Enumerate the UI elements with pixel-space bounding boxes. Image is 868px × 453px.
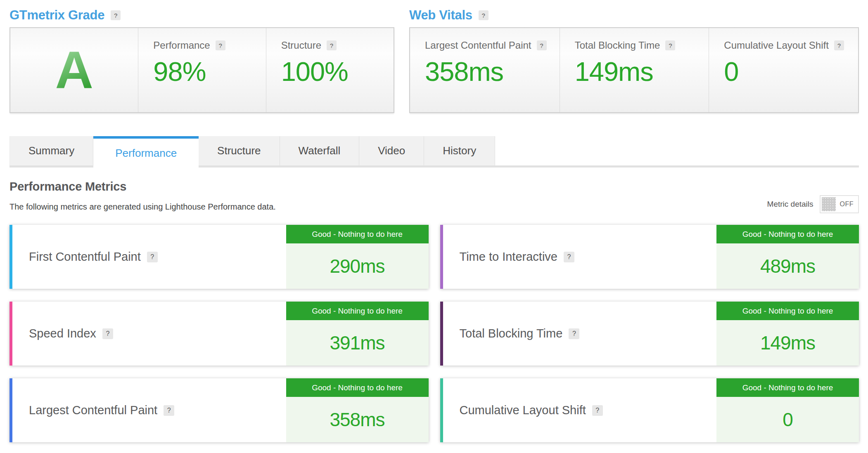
report-tabs: Summary Performance Structure Waterfall …: [9, 136, 859, 168]
metric-card-label-area: Time to Interactive ?: [443, 225, 717, 289]
tab-history[interactable]: History: [424, 136, 495, 165]
tab-label: Video: [378, 144, 405, 157]
toggle-handle-icon: [822, 197, 836, 211]
performance-metrics-heading: Performance Metrics: [9, 180, 276, 193]
metric-status-badge: Good - Nothing to do here: [716, 378, 859, 397]
stat-label: Performance: [153, 40, 210, 51]
tab-label: Structure: [217, 144, 261, 157]
stat-label-row: Cumulative Layout Shift ?: [724, 40, 858, 51]
metrics-description: The following metrics are generated usin…: [9, 202, 276, 212]
metric-card-label-area: First Contentful Paint ?: [12, 225, 286, 289]
metric-status-badge: Good - Nothing to do here: [286, 225, 429, 243]
help-icon[interactable]: ?: [327, 40, 337, 50]
help-icon[interactable]: ?: [569, 328, 579, 339]
stat-value: 0: [724, 56, 858, 87]
tab-label: Waterfall: [299, 144, 341, 157]
top-summary-row: GTmetrix Grade ? A Performance ? 98% Str…: [9, 7, 859, 113]
stat-cell: Cumulative Layout Shift ? 0: [709, 28, 858, 112]
metric-card-label: Speed Index: [29, 327, 96, 340]
metric-value: 0: [716, 397, 859, 442]
web-vitals-panel: Largest Contentful Paint ? 358ms Total B…: [409, 27, 859, 113]
help-icon[interactable]: ?: [592, 405, 603, 416]
web-vitals-title-row: Web Vitals ?: [409, 7, 859, 24]
stat-label-row: Largest Contentful Paint ?: [425, 40, 560, 51]
grade-letter: A: [55, 44, 93, 97]
help-icon[interactable]: ?: [834, 40, 844, 50]
metric-details-control: Metric details OFF: [767, 195, 859, 213]
help-icon[interactable]: ?: [537, 40, 547, 50]
metric-card-result-area: Good - Nothing to do here 489ms: [716, 225, 859, 289]
metric-card-label: Largest Contentful Paint: [29, 403, 157, 417]
gtmetrix-grade-section: GTmetrix Grade ? A Performance ? 98% Str…: [9, 7, 394, 113]
tab-video[interactable]: Video: [359, 136, 424, 165]
help-icon[interactable]: ?: [147, 252, 158, 262]
web-vitals-section: Web Vitals ? Largest Contentful Paint ? …: [409, 7, 859, 113]
grade-letter-cell: A: [10, 28, 138, 112]
metrics-cards-grid: First Contentful Paint ? Good - Nothing …: [9, 225, 859, 442]
metrics-header-row: Performance Metrics The following metric…: [9, 180, 859, 212]
web-vitals-title: Web Vitals: [409, 8, 472, 23]
tab-waterfall[interactable]: Waterfall: [280, 136, 360, 165]
stat-cell: Total Blocking Time ? 149ms: [560, 28, 709, 112]
tab-summary[interactable]: Summary: [9, 136, 93, 165]
metric-card: First Contentful Paint ? Good - Nothing …: [9, 225, 429, 289]
tab-label: History: [443, 144, 476, 157]
metric-status-badge: Good - Nothing to do here: [286, 378, 429, 397]
metric-card: Speed Index ? Good - Nothing to do here …: [9, 302, 429, 366]
stat-label: Total Blocking Time: [575, 40, 660, 51]
metric-card: Largest Contentful Paint ? Good - Nothin…: [9, 378, 429, 442]
metric-status-badge: Good - Nothing to do here: [286, 302, 429, 320]
metric-card-label-area: Largest Contentful Paint ?: [12, 378, 286, 442]
metric-value: 149ms: [716, 320, 859, 366]
metric-card-result-area: Good - Nothing to do here 0: [716, 378, 859, 442]
metric-card: Cumulative Layout Shift ? Good - Nothing…: [440, 378, 859, 442]
metric-status-badge: Good - Nothing to do here: [716, 225, 859, 243]
stat-label-row: Performance ?: [153, 40, 266, 51]
gtmetrix-grade-title-row: GTmetrix Grade ?: [9, 7, 394, 24]
stat-label: Structure: [281, 40, 321, 51]
gtmetrix-report-page: GTmetrix Grade ? A Performance ? 98% Str…: [0, 0, 868, 442]
help-icon[interactable]: ?: [111, 10, 121, 20]
tab-label: Summary: [28, 144, 74, 157]
stat-value: 100%: [281, 56, 394, 87]
gtmetrix-grade-panel: A Performance ? 98% Structure ? 100%: [9, 27, 394, 113]
stat-label-row: Total Blocking Time ?: [575, 40, 709, 51]
help-icon[interactable]: ?: [479, 10, 489, 20]
help-icon[interactable]: ?: [665, 40, 675, 50]
metric-card-label-area: Total Blocking Time ?: [443, 302, 717, 366]
help-icon[interactable]: ?: [164, 405, 174, 416]
stat-value: 358ms: [425, 56, 560, 87]
stat-cell: Performance ? 98%: [138, 28, 266, 112]
stat-cell: Largest Contentful Paint ? 358ms: [410, 28, 560, 112]
metric-card-label: First Contentful Paint: [29, 250, 141, 264]
metric-value: 391ms: [286, 320, 429, 366]
gtmetrix-grade-title: GTmetrix Grade: [9, 8, 104, 23]
help-icon[interactable]: ?: [102, 328, 113, 339]
metric-details-toggle[interactable]: OFF: [820, 195, 859, 213]
metric-card: Total Blocking Time ? Good - Nothing to …: [440, 302, 859, 366]
metric-card-label-area: Cumulative Layout Shift ?: [443, 378, 717, 442]
tab-structure[interactable]: Structure: [199, 136, 280, 165]
stat-label: Largest Contentful Paint: [425, 40, 531, 51]
metric-value: 489ms: [716, 243, 859, 289]
stat-value: 149ms: [575, 56, 709, 87]
stat-cell: Structure ? 100%: [266, 28, 394, 112]
tab-performance[interactable]: Performance: [93, 136, 199, 168]
stat-label: Cumulative Layout Shift: [724, 40, 828, 51]
metric-card-result-area: Good - Nothing to do here 391ms: [286, 302, 429, 366]
metric-card-label: Cumulative Layout Shift: [460, 403, 586, 417]
help-icon[interactable]: ?: [564, 252, 574, 262]
help-icon[interactable]: ?: [216, 40, 225, 50]
toggle-state-label: OFF: [840, 201, 857, 208]
metric-details-label: Metric details: [767, 200, 813, 209]
stat-label-row: Structure ?: [281, 40, 394, 51]
metric-card-label: Total Blocking Time: [460, 327, 563, 340]
stat-value: 98%: [153, 56, 266, 87]
metric-status-badge: Good - Nothing to do here: [716, 302, 859, 320]
metric-card-result-area: Good - Nothing to do here 358ms: [286, 378, 429, 442]
metric-card-result-area: Good - Nothing to do here 149ms: [716, 302, 859, 366]
metric-card-label: Time to Interactive: [460, 250, 557, 264]
tab-label: Performance: [115, 147, 177, 160]
metrics-header-text: Performance Metrics The following metric…: [9, 180, 276, 212]
metric-card-result-area: Good - Nothing to do here 290ms: [286, 225, 429, 289]
